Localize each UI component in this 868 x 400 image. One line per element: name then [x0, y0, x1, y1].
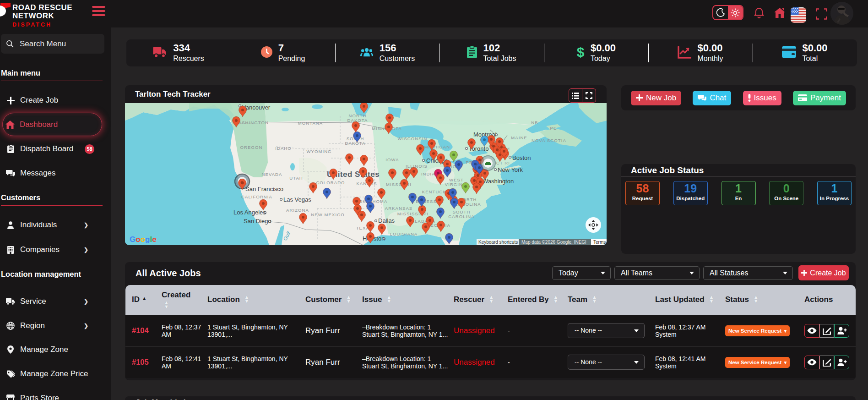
svg-text:NEW MEXICO: NEW MEXICO: [311, 212, 344, 217]
svg-text:NOVA SCOTIA: NOVA SCOTIA: [532, 138, 566, 143]
svg-text:Terms: Terms: [593, 240, 606, 245]
svg-text:ARKANSAS: ARKANSAS: [385, 206, 413, 211]
svg-text:LOUISIANA: LOUISIANA: [390, 231, 418, 236]
svg-text:Dallas: Dallas: [378, 217, 395, 224]
svg-text:CALIFORNIA: CALIFORNIA: [241, 194, 272, 199]
svg-text:WYOMING: WYOMING: [306, 149, 331, 154]
svg-text:COLORADO: COLORADO: [316, 180, 345, 185]
svg-text:PE: PE: [550, 126, 557, 131]
svg-text:OREGON: OREGON: [240, 145, 263, 150]
svg-text:San Francisco: San Francisco: [245, 186, 283, 192]
svg-text:NEVADA: NEVADA: [262, 172, 282, 177]
svg-text:Keyboard shortcuts: Keyboard shortcuts: [478, 240, 518, 245]
svg-text:UTAH: UTAH: [289, 175, 303, 181]
svg-text:CT RI: CT RI: [496, 160, 510, 165]
svg-text:$: $: [577, 45, 585, 59]
svg-text:IOWA: IOWA: [385, 157, 399, 162]
svg-text:MAINE: MAINE: [511, 135, 527, 140]
svg-text:New York: New York: [498, 166, 523, 173]
svg-text:NB: NB: [531, 120, 538, 125]
svg-text:Boston: Boston: [512, 154, 531, 161]
svg-text:San Diego: San Diego: [244, 218, 271, 225]
svg-text:DAKOTA: DAKOTA: [345, 141, 366, 146]
svg-text:Map data ©2026 Google, INEGI: Map data ©2026 Google, INEGI: [521, 240, 586, 245]
svg-text:ILLINOIS: ILLINOIS: [406, 164, 428, 169]
svg-text:Google: Google: [130, 235, 157, 244]
svg-text:MONTANA: MONTANA: [298, 121, 323, 126]
svg-text:ARIZONA: ARIZONA: [286, 208, 309, 213]
svg-text:WISCONSIN: WISCONSIN: [398, 136, 428, 141]
svg-text:Los Angeles: Los Angeles: [233, 209, 266, 216]
svg-text:CAROLINA: CAROLINA: [448, 214, 474, 219]
svg-text:IDAHO: IDAHO: [275, 146, 292, 151]
svg-text:Las Vegas: Las Vegas: [283, 196, 311, 203]
svg-text:Washington: Washington: [483, 178, 514, 185]
